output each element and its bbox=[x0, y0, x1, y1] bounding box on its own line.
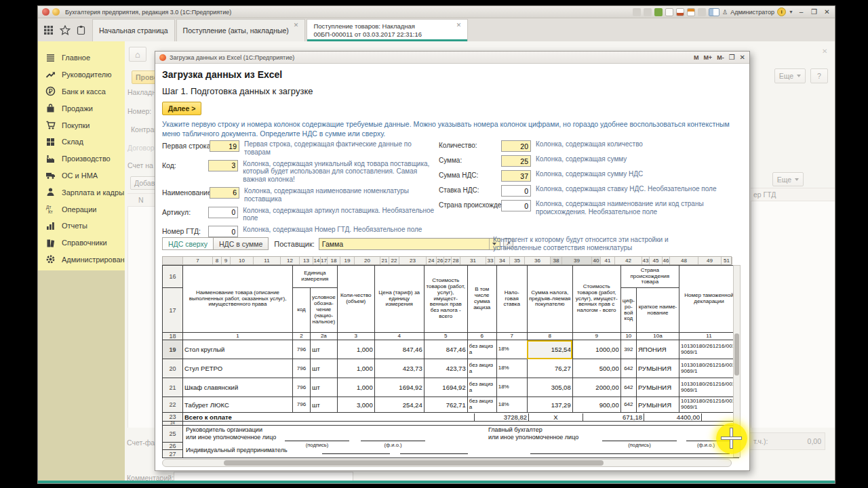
sheet-corner-cell[interactable] bbox=[163, 257, 183, 264]
data-cell[interactable]: 18% bbox=[496, 378, 527, 397]
signature-block[interactable]: Руководитель организацииили иное уполном… bbox=[183, 426, 739, 458]
sheet-column-header[interactable]: 49 bbox=[698, 257, 722, 264]
column-index-cell[interactable]: 6 bbox=[467, 333, 496, 340]
sheet-hscrollbar[interactable] bbox=[162, 459, 732, 467]
main-menu-icon[interactable] bbox=[43, 25, 54, 35]
column-index-cell[interactable]: 4 bbox=[374, 333, 424, 340]
sheet-column-header[interactable]: 12 bbox=[281, 257, 300, 264]
header-gtd[interactable]: Номер таможенной декларации bbox=[679, 266, 738, 333]
sheet-column-header[interactable]: 34 bbox=[495, 257, 510, 264]
data-cell[interactable]: шт bbox=[311, 378, 338, 397]
data-cell[interactable]: 500,00 bbox=[572, 359, 620, 378]
data-cell[interactable]: 3,000 bbox=[337, 397, 374, 413]
field-input[interactable] bbox=[208, 160, 238, 171]
close-button[interactable]: ✕ bbox=[822, 8, 832, 16]
data-cell[interactable]: Стул РЕТРО bbox=[183, 359, 293, 378]
data-cell[interactable]: 642 bbox=[620, 397, 636, 413]
sheet-column-header[interactable]: 27 bbox=[444, 257, 452, 264]
column-index-cell[interactable]: 2 bbox=[293, 333, 311, 340]
user-name[interactable]: Администратор bbox=[730, 9, 774, 16]
data-cell[interactable]: РУМЫНИЯ bbox=[636, 359, 679, 378]
column-index-cell[interactable]: 9 bbox=[572, 333, 620, 340]
vat-on-top-button[interactable]: НДС сверху bbox=[162, 237, 214, 250]
header-vat-sum[interactable]: Сумма налога, предъяв-ляемая покупателю bbox=[527, 266, 572, 333]
row-header[interactable]: 17 bbox=[163, 288, 183, 333]
data-cell[interactable]: 2000,00 bbox=[572, 378, 620, 397]
vat-included-button[interactable]: НДС в сумме bbox=[214, 237, 269, 250]
column-index-cell[interactable]: 11 bbox=[679, 333, 738, 340]
sidebar-item-4[interactable]: Продажи bbox=[38, 100, 125, 117]
tab-goods-receipt[interactable]: Поступление товаров: Накладная 00БП-0000… bbox=[307, 19, 468, 41]
sheet-column-header[interactable]: 45 bbox=[650, 257, 663, 264]
data-cell[interactable]: 18% bbox=[496, 340, 527, 359]
chevron-down-icon[interactable]: ▼ bbox=[789, 9, 793, 14]
data-cell[interactable]: РУМЫНИЯ bbox=[636, 378, 679, 397]
data-cell[interactable]: 10130180/261216/0019069/1 bbox=[679, 340, 738, 359]
header-unit-group[interactable]: Единица измерения bbox=[293, 266, 338, 288]
sheet-column-header[interactable]: 28 bbox=[452, 257, 460, 264]
dialog-titlebar[interactable]: Загрузка данных из Excel (1С:Предприятие… bbox=[155, 52, 749, 64]
sidebar-item-13[interactable]: Администрирование bbox=[38, 251, 125, 268]
sheet-column-header[interactable]: 46 bbox=[663, 257, 670, 264]
field-input[interactable] bbox=[501, 170, 531, 182]
data-cell[interactable]: шт bbox=[311, 340, 338, 359]
field-input[interactable] bbox=[208, 226, 238, 237]
data-cell[interactable]: ЯПОНИЯ bbox=[636, 340, 679, 359]
header-price[interactable]: Цена (тариф) за единицу измерения bbox=[374, 266, 424, 333]
sheet-column-header[interactable]: 13 bbox=[300, 257, 313, 264]
column-index-cell[interactable]: 7 bbox=[496, 333, 527, 340]
sidebar-item-12[interactable]: Справочники bbox=[38, 235, 125, 251]
dialog-maximize-icon[interactable]: ❐ bbox=[729, 54, 735, 61]
favorites-icon[interactable] bbox=[654, 8, 663, 16]
data-cell[interactable]: шт bbox=[311, 359, 338, 378]
data-cell[interactable]: 900,00 bbox=[572, 397, 620, 413]
data-cell[interactable]: без акциза bbox=[467, 378, 496, 397]
data-cell[interactable]: 76,27 bbox=[527, 359, 572, 378]
header-sum-with-tax[interactable]: Стоимость товаров (работ, услуг), имущес… bbox=[572, 266, 620, 333]
sheet-column-header[interactable]: 11 bbox=[254, 257, 281, 264]
header-qty[interactable]: Коли-чество (объем) bbox=[337, 266, 374, 333]
sidebar-item-2[interactable]: Руководителю bbox=[38, 66, 125, 83]
data-cell[interactable]: 423,73 bbox=[424, 359, 467, 378]
sheet-column-header[interactable]: 23 bbox=[399, 257, 427, 264]
supplier-combo[interactable]: Гамма bbox=[319, 238, 500, 250]
sheet-column-header[interactable]: 43 bbox=[642, 257, 650, 264]
data-cell[interactable]: 1694,92 bbox=[374, 378, 424, 397]
column-index-cell[interactable]: 1 bbox=[183, 333, 293, 340]
row-header[interactable]: 22 bbox=[163, 397, 183, 413]
data-cell[interactable]: 137,29 bbox=[527, 397, 572, 413]
data-cell[interactable]: 152,54 bbox=[527, 340, 572, 359]
sheet-column-header[interactable]: 14 bbox=[313, 257, 321, 264]
sheet-column-header[interactable]: 31 bbox=[460, 257, 486, 264]
column-index-cell[interactable]: 10 bbox=[620, 333, 636, 340]
sheet-column-header[interactable]: 19 bbox=[340, 257, 355, 264]
row-header[interactable]: 23 bbox=[163, 413, 183, 422]
field-input[interactable] bbox=[210, 187, 239, 199]
sheet-column-header[interactable]: 21 bbox=[380, 257, 389, 264]
restore-button[interactable]: ❐ bbox=[809, 8, 819, 16]
sheet-column-header[interactable]: 48 bbox=[670, 257, 698, 264]
scale-m-plus-button[interactable]: М+ bbox=[703, 54, 712, 61]
data-cell[interactable]: 10130180/261216/0019069/1 bbox=[679, 397, 738, 413]
data-cell[interactable]: Шкаф славянский bbox=[183, 378, 293, 397]
data-cell[interactable]: без акциза bbox=[467, 340, 496, 359]
sheet-column-header[interactable]: 51 bbox=[722, 257, 732, 264]
sheet-column-header[interactable]: 36 bbox=[525, 257, 551, 264]
field-input[interactable] bbox=[208, 207, 238, 218]
row-header[interactable]: 19 bbox=[163, 340, 183, 359]
sidebar-item-5[interactable]: Покупки bbox=[38, 117, 125, 134]
history-clipboard-icon[interactable] bbox=[77, 25, 85, 35]
column-index-cell[interactable]: 8 bbox=[527, 333, 572, 340]
sheet-column-header[interactable]: 42 bbox=[615, 257, 642, 264]
minimize-button[interactable]: – bbox=[796, 8, 806, 16]
column-index-cell[interactable]: 10а bbox=[636, 333, 679, 340]
sheet-column-header[interactable]: 10 bbox=[231, 257, 254, 264]
tab-close-icon[interactable]: ✕ bbox=[294, 20, 299, 28]
sheet-column-header[interactable]: 7 bbox=[183, 257, 213, 264]
data-cell[interactable]: 796 bbox=[293, 340, 311, 359]
field-input[interactable] bbox=[210, 140, 239, 152]
data-cell[interactable]: РУМЫНИЯ bbox=[636, 397, 679, 413]
data-cell[interactable]: 254,24 bbox=[374, 397, 424, 413]
field-input[interactable] bbox=[501, 200, 531, 211]
tab-home[interactable]: Начальная страница bbox=[92, 19, 175, 41]
